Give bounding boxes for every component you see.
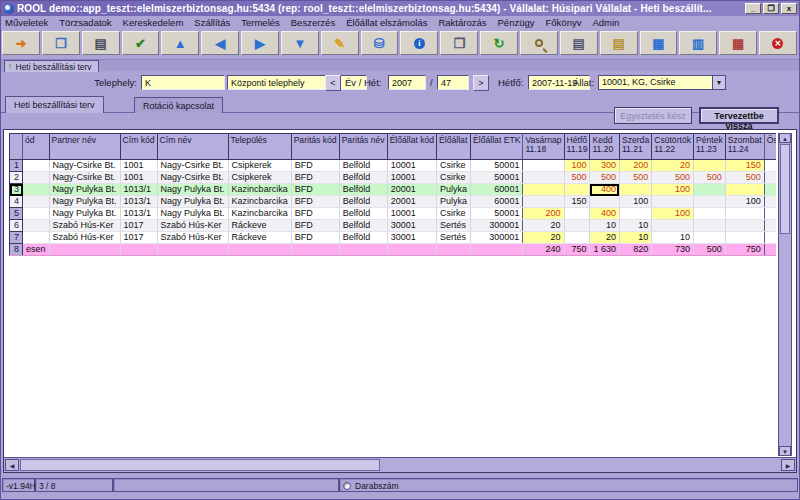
vertical-scroll-thumb[interactable] <box>780 144 790 234</box>
year-input[interactable] <box>388 75 426 90</box>
day-cell[interactable]: 500 <box>652 172 694 184</box>
day-cell[interactable]: 500 <box>693 172 725 184</box>
day-cell[interactable]: 100 <box>725 196 764 208</box>
titlebar[interactable]: ROOL demo::app_teszt::elelmiszerbiztonsa… <box>1 1 799 16</box>
day-cell[interactable]: 100 <box>564 160 590 172</box>
menu-item-kereskedelem[interactable]: Kereskedelem <box>123 17 184 28</box>
allat-dropdown[interactable]: 10001, KG, Csirke ▼ <box>598 75 726 90</box>
day-cell[interactable] <box>693 208 725 220</box>
menu-item-sz-ll-t-s[interactable]: Szállítás <box>194 17 230 28</box>
row-number[interactable]: 3 <box>10 184 23 196</box>
cell[interactable]: 1001 <box>120 160 157 172</box>
day-cell[interactable] <box>725 208 764 220</box>
close-button[interactable]: x <box>781 3 797 14</box>
table-row[interactable]: 5Nagy Pulyka Bt.1013/1Nagy Pulyka Bt.Kaz… <box>10 208 777 220</box>
cell[interactable]: Nagy Pulyka Bt. <box>49 208 120 220</box>
day-cell[interactable] <box>652 196 694 208</box>
day-cell[interactable]: 400 <box>590 184 620 196</box>
day-cell[interactable]: 500 <box>619 172 651 184</box>
day-cell[interactable] <box>523 172 564 184</box>
cell[interactable]: 20001 <box>387 184 436 196</box>
table-row[interactable]: 2Nagy-Csirke Bt.1001Nagy-Csirke Bt.Csipk… <box>10 172 777 184</box>
minimize-button[interactable]: _ <box>745 3 761 14</box>
cell[interactable]: 60001 <box>471 196 523 208</box>
cell[interactable]: BFD <box>291 172 339 184</box>
menu-item-admin[interactable]: Admin <box>592 17 619 28</box>
row-number[interactable]: 2 <box>10 172 23 184</box>
total-cell[interactable]: 500 <box>764 184 776 196</box>
last-record-button[interactable]: ▼ <box>281 31 319 55</box>
day-cell[interactable]: 500 <box>590 172 620 184</box>
day-cell[interactable]: 100 <box>619 196 651 208</box>
cell[interactable]: Nagy Pulyka Bt. <box>157 184 228 196</box>
cell[interactable]: 1013/1 <box>120 196 157 208</box>
search-button[interactable] <box>520 31 558 55</box>
cell[interactable]: Szabó Hús-Ker <box>49 232 120 244</box>
day-cell[interactable]: 200 <box>523 208 564 220</box>
day-cell[interactable]: 400 <box>590 208 620 220</box>
day-cell[interactable] <box>523 196 564 208</box>
restore-button[interactable]: ❐ <box>763 3 779 14</box>
day-cell[interactable] <box>725 232 764 244</box>
cell[interactable]: Szabó Hús-Ker <box>49 220 120 232</box>
day-cell[interactable] <box>693 196 725 208</box>
cell[interactable]: Nagy-Csirke Bt. <box>49 160 120 172</box>
day-cell[interactable]: 100 <box>652 208 694 220</box>
tab-rotacio-kapcsolat[interactable]: Rotáció kapcsolat <box>134 97 223 113</box>
print-button[interactable]: ▤ <box>600 31 638 55</box>
cell[interactable]: Csirke <box>437 172 471 184</box>
cell[interactable]: Nagy Pulyka Bt. <box>157 196 228 208</box>
database-button[interactable]: ⛁ <box>361 31 399 55</box>
cell[interactable]: Pulyka <box>437 184 471 196</box>
day-cell[interactable]: 20 <box>652 160 694 172</box>
cell[interactable]: 10001 <box>387 160 436 172</box>
cell[interactable]: Csirke <box>437 208 471 220</box>
info-button[interactable]: i <box>400 31 438 55</box>
row-number[interactable]: 8 <box>10 244 23 256</box>
horizontal-scrollbar[interactable]: ◀ ▶ <box>4 457 796 472</box>
exit-button[interactable]: ➜ <box>2 31 40 55</box>
day-cell[interactable]: 100 <box>652 184 694 196</box>
vertical-scrollbar[interactable]: ▲ ▼ <box>778 133 792 456</box>
table-row[interactable]: 4Nagy Pulyka Bt.1013/1Nagy Pulyka Bt.Kaz… <box>10 196 777 208</box>
total-cell[interactable]: 770 <box>764 160 776 172</box>
cell[interactable] <box>23 184 50 196</box>
egyeztetes-kesz-button[interactable]: Egyeztetés kész <box>614 107 692 124</box>
menu-item-rakt-roz-s[interactable]: Raktározás <box>438 17 486 28</box>
cell[interactable]: Belföld <box>339 232 387 244</box>
cell[interactable]: Kazincbarcika <box>228 184 291 196</box>
day-cell[interactable]: 10 <box>619 220 651 232</box>
cell[interactable] <box>23 172 50 184</box>
scroll-down-icon[interactable]: ▼ <box>779 446 791 456</box>
day-cell[interactable] <box>564 220 590 232</box>
day-cell[interactable] <box>652 220 694 232</box>
open-folder-button[interactable]: ❒ <box>42 31 80 55</box>
cell[interactable]: Belföld <box>339 208 387 220</box>
day-cell[interactable] <box>725 220 764 232</box>
cell[interactable]: 1017 <box>120 232 157 244</box>
menu-item-beszerz-s[interactable]: Beszerzés <box>291 17 335 28</box>
cell[interactable]: Nagy Pulyka Bt. <box>157 208 228 220</box>
total-cell[interactable]: 40 <box>764 220 776 232</box>
cell[interactable]: BFD <box>291 220 339 232</box>
cell[interactable]: Csipkerek <box>228 172 291 184</box>
commit-button[interactable]: ✔ <box>122 31 160 55</box>
cell[interactable]: Pulyka <box>437 196 471 208</box>
day-cell[interactable]: 500 <box>564 172 590 184</box>
menu-item-t-rzsadatok[interactable]: Törzsadatok <box>59 17 111 28</box>
menu-item-termel-s[interactable]: Termelés <box>241 17 280 28</box>
cell[interactable]: Csipkerek <box>228 160 291 172</box>
day-cell[interactable]: 150 <box>725 160 764 172</box>
cell[interactable]: 1013/1 <box>120 208 157 220</box>
cell[interactable]: BFD <box>291 208 339 220</box>
cell[interactable]: Ráckeve <box>228 220 291 232</box>
cell[interactable]: 300001 <box>471 220 523 232</box>
menu-item-f-k-nyv[interactable]: Főkönyv <box>546 17 582 28</box>
day-cell[interactable]: 20 <box>523 232 564 244</box>
day-cell[interactable] <box>564 184 590 196</box>
day-cell[interactable] <box>523 184 564 196</box>
cell[interactable]: BFD <box>291 196 339 208</box>
cell[interactable]: 10001 <box>387 172 436 184</box>
day-cell[interactable] <box>693 160 725 172</box>
day-cell[interactable] <box>619 184 651 196</box>
